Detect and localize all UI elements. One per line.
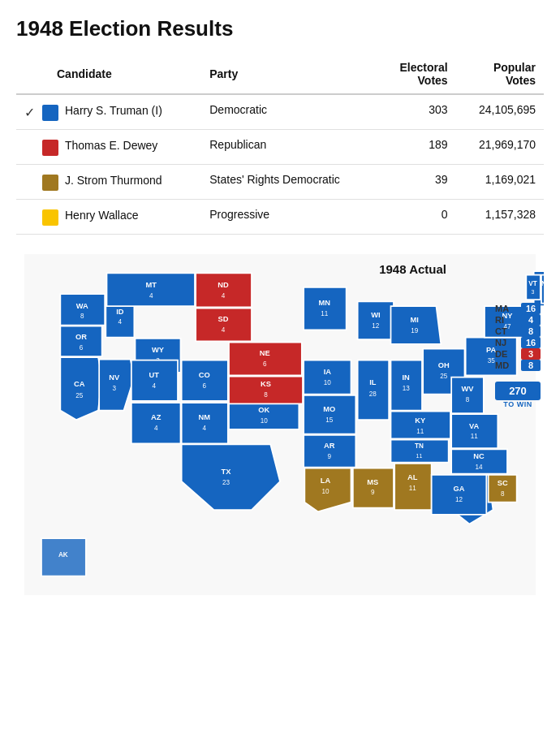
party-header: Party: [201, 54, 377, 94]
svg-text:WA: WA: [76, 302, 88, 310]
winner-check-1: [24, 138, 36, 140]
svg-marker-49: [304, 435, 355, 468]
popular-votes-2: 1,169,021: [456, 165, 544, 200]
election-map: 1948 Actual WA 8 OR 6 CA 25 ID 4 MT 4 WY…: [16, 254, 544, 595]
svg-text:4: 4: [222, 292, 226, 300]
candidate-name-0: Harry S. Truman (I): [65, 103, 162, 119]
svg-text:11: 11: [416, 428, 424, 435]
svg-text:13: 13: [403, 385, 411, 392]
legend-votes-badge: 3: [521, 348, 541, 360]
svg-text:MI: MI: [410, 316, 418, 324]
page-title: 1948 Election Results: [16, 16, 544, 41]
candidate-name-1: Thomas E. Dewey: [65, 138, 157, 154]
legend-votes-badge: 8: [521, 326, 541, 337]
svg-marker-25: [131, 403, 181, 443]
svg-marker-4: [60, 326, 101, 356]
svg-text:10: 10: [324, 379, 332, 386]
svg-marker-22: [131, 360, 178, 401]
svg-text:25: 25: [75, 392, 84, 399]
svg-text:UT: UT: [149, 371, 160, 379]
svg-marker-43: [304, 360, 351, 395]
party-color-swatch-2: [42, 175, 58, 191]
svg-marker-46: [304, 395, 355, 434]
svg-text:NE: NE: [260, 349, 270, 357]
svg-text:4: 4: [222, 326, 226, 334]
svg-text:19: 19: [411, 327, 419, 334]
party-cell-2: States' Rights Democratic: [201, 165, 377, 200]
svg-text:SD: SD: [218, 315, 229, 323]
svg-text:OR: OR: [75, 333, 87, 341]
svg-text:CA: CA: [74, 380, 85, 388]
candidate-name-3: Henry Wallace: [65, 208, 139, 224]
svg-text:4: 4: [154, 425, 158, 432]
svg-text:OK: OK: [258, 406, 269, 414]
candidate-cell-0: ✓Harry S. Truman (I): [16, 94, 201, 130]
svg-text:WI: WI: [371, 311, 380, 319]
svg-text:9: 9: [327, 453, 331, 460]
table-row: J. Strom ThurmondStates' Rights Democrat…: [16, 165, 544, 200]
winner-check-2: [24, 173, 36, 175]
svg-marker-115: [353, 468, 394, 508]
legend-item-ri: RI4: [495, 314, 541, 326]
legend-state-label: RI: [495, 315, 518, 325]
legend-state-label: MD: [495, 360, 518, 370]
electoral-votes-1: 189: [377, 130, 455, 165]
party-cell-0: Democratic: [201, 94, 377, 130]
svg-text:AR: AR: [324, 442, 335, 450]
svg-text:11: 11: [409, 485, 417, 492]
svg-text:KS: KS: [261, 380, 271, 388]
svg-text:VT: VT: [528, 280, 536, 287]
legend-item-nj: NJ16: [495, 337, 541, 348]
legend-item-ct: CT8: [495, 326, 541, 337]
party-color-swatch-3: [42, 209, 58, 226]
legend-votes-badge: 16: [521, 303, 541, 314]
svg-text:6: 6: [80, 344, 84, 352]
svg-text:GA: GA: [454, 485, 465, 493]
svg-text:NC: NC: [473, 452, 485, 460]
candidate-cell-3: Henry Wallace: [16, 200, 201, 235]
svg-marker-106: [229, 343, 302, 376]
svg-text:MT: MT: [146, 281, 157, 289]
svg-marker-100: [196, 273, 252, 307]
svg-text:4: 4: [153, 382, 157, 390]
svg-text:12: 12: [372, 322, 380, 330]
svg-text:LA: LA: [321, 477, 331, 485]
legend-votes-badge: 4: [521, 314, 541, 326]
candidate-header: Candidate: [16, 54, 201, 94]
svg-text:15: 15: [325, 416, 334, 424]
electoral-votes-3: 0: [377, 200, 455, 235]
party-cell-1: Republican: [201, 130, 377, 165]
svg-marker-76: [451, 414, 498, 448]
svg-text:11: 11: [416, 453, 423, 459]
svg-text:4: 4: [118, 318, 123, 326]
party-cell-3: Progressive: [201, 200, 377, 235]
legend-item-de: DE3: [495, 348, 541, 360]
electoral-header: ElectoralVotes: [377, 54, 455, 94]
table-row: Thomas E. DeweyRepublican18921,969,170: [16, 130, 544, 165]
svg-marker-103: [196, 308, 252, 342]
svg-text:9: 9: [371, 489, 375, 496]
svg-text:NH: NH: [541, 280, 544, 287]
svg-text:28: 28: [369, 390, 377, 398]
svg-text:6: 6: [263, 360, 267, 368]
svg-text:4: 4: [202, 425, 206, 432]
win-threshold-badge: 270: [495, 382, 541, 400]
legend-state-label: CT: [495, 326, 518, 336]
svg-text:VA: VA: [469, 422, 480, 430]
svg-text:ID: ID: [116, 308, 124, 316]
svg-text:WY: WY: [152, 346, 165, 354]
svg-text:10: 10: [321, 488, 330, 495]
svg-marker-31: [182, 403, 228, 443]
legend-votes-badge: 8: [521, 360, 541, 371]
svg-text:3: 3: [532, 289, 535, 295]
electoral-votes-2: 39: [377, 165, 455, 200]
svg-text:SC: SC: [498, 479, 508, 487]
legend-state-label: DE: [495, 349, 518, 359]
svg-text:AL: AL: [407, 473, 418, 481]
svg-marker-13: [107, 273, 196, 306]
svg-marker-64: [391, 306, 442, 344]
svg-text:TX: TX: [222, 468, 232, 476]
legend-item-ma: MA16: [495, 303, 541, 314]
us-map-svg: WA 8 OR 6 CA 25 ID 4 MT 4 WY 3 NV 3 UT 4…: [16, 254, 544, 595]
svg-text:MO: MO: [323, 405, 335, 413]
